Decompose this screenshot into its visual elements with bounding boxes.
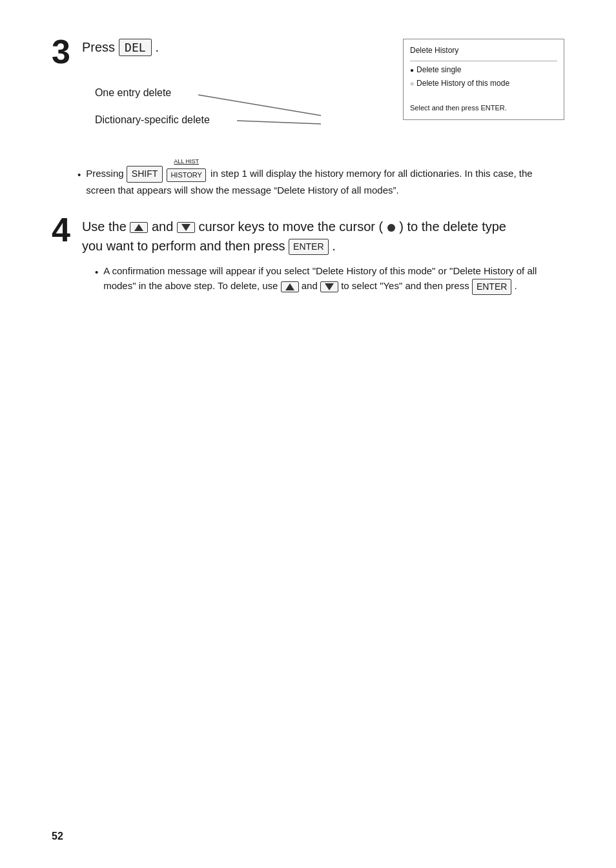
step3-title: Press DEL . [82,39,364,56]
enter-key-1: ENTER [289,239,328,255]
enter-key-2: ENTER [472,279,511,296]
step4-title: Use the and cursor keys to move the curs… [82,217,508,256]
triangle-up-icon-2 [285,283,294,290]
item1-bullet: ● [410,65,414,76]
step4-bullet-dot: • [95,265,98,279]
svg-line-0 [198,95,321,116]
triangle-down-icon-2 [325,283,334,290]
screen-item1: ● Delete single [410,64,557,76]
down-arrow-key [177,222,195,233]
down-arrow-key-2 [320,281,338,292]
step4-text2: and [152,219,177,234]
bullet-text2: and [302,280,320,291]
step4-text1: Use the [82,219,127,234]
history-key: HISTORY [167,168,206,182]
triangle-down-icon [181,224,190,231]
step4-container: 4 Use the and cursor keys to move the cu… [52,217,564,295]
bullet-text3: to select "Yes" and then press [341,280,472,291]
step3-container: 3 Press DEL . [52,39,564,146]
step4-bullet: • A confirmation message will appear if … [95,263,560,295]
shift-key: SHIFT [127,166,163,183]
step3-note: • Pressing SHIFT ALL HIST HISTORY in ste… [77,166,542,197]
step4-content: Use the and cursor keys to move the curs… [82,217,564,295]
up-arrow-key-2 [281,281,299,292]
up-arrow-key [130,222,148,233]
cursor-circle [387,224,395,232]
screen-mockup: Delete History ● Delete single ○ Delete … [403,39,564,120]
step4-text5: . [332,239,336,253]
screen-footer: Select and then press ENTER. [410,102,557,114]
step3-number: 3 [52,35,70,68]
del-key: DEL [119,39,152,56]
label2: Dictionary-specific delete [95,114,210,126]
label1: One entry delete [95,87,171,99]
page: 3 Press DEL . [0,0,616,868]
item2-text: Delete History of this mode [416,77,509,90]
svg-line-1 [237,121,321,124]
all-hist-label: ALL HIST [174,157,199,167]
screen-title: Delete History [410,45,557,57]
item1-text: Delete single [416,64,461,76]
step4-number: 4 [52,213,70,247]
screen-item2: ○ Delete History of this mode [410,77,557,90]
step4-text3: cursor keys to move the cursor ( [198,219,383,234]
page-number: 52 [52,831,63,842]
note-bullet: • [77,167,81,182]
step3-title-suffix: . [156,40,159,55]
triangle-up-icon [134,224,143,231]
bullet-text4: . [515,280,517,291]
step3-title-prefix: Press [82,40,115,55]
step4-bullet-text: A confirmation message will appear if yo… [103,263,560,295]
screen-footer-text: Select and then press ENTER. [410,104,507,112]
note-text: Pressing SHIFT ALL HIST HISTORY in step … [86,166,542,197]
